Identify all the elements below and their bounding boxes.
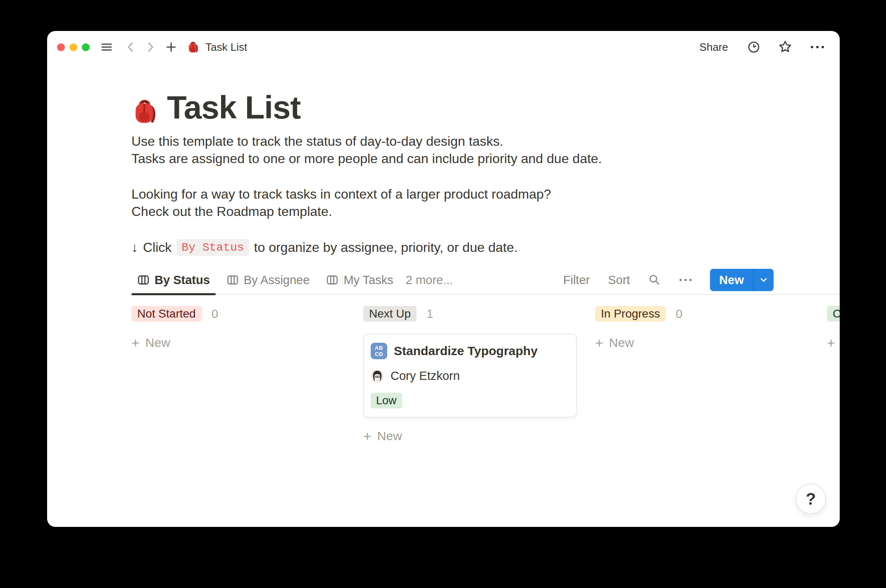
new-button-dropdown[interactable] [753, 269, 774, 291]
tab-by-assignee[interactable]: By Assignee [221, 266, 316, 294]
sort-button[interactable]: Sort [608, 273, 630, 287]
add-new-card-button[interactable]: + New [595, 334, 809, 352]
down-arrow-glyph: ↓ [131, 240, 138, 255]
plus-icon: + [363, 429, 372, 443]
chevron-down-icon [758, 275, 769, 285]
add-new-label: New [377, 429, 402, 443]
column-completed-truncated: C + New [827, 306, 840, 445]
more-views-button[interactable]: 2 more... [406, 273, 453, 287]
column-not-started: Not Started 0 + New [131, 306, 345, 445]
tab-by-status[interactable]: By Status [131, 266, 216, 294]
column-header: Next Up 1 [363, 306, 577, 322]
search-icon[interactable] [648, 273, 661, 287]
column-in-progress: In Progress 0 + New [595, 306, 809, 445]
tab-my-tasks[interactable]: My Tasks [320, 266, 399, 294]
column-next-up: Next Up 1 AB CD Standardize Typography [363, 306, 577, 445]
status-badge[interactable]: Next Up [363, 306, 417, 322]
column-count: 0 [676, 307, 682, 321]
view-toolbar: By Status By Assignee My Tasks 2 more...… [131, 266, 840, 295]
assignee-name: Cory Etzkorn [391, 369, 460, 383]
close-window-button[interactable] [57, 43, 65, 51]
updates-clock-icon[interactable] [747, 40, 760, 54]
new-tab-icon[interactable] [165, 41, 177, 53]
backpack-page-icon[interactable] [131, 98, 158, 127]
board-view-icon [137, 274, 150, 286]
favorite-star-icon[interactable] [778, 40, 793, 55]
share-button[interactable]: Share [700, 41, 728, 54]
column-header: C [827, 306, 840, 322]
card-title-row: AB CD Standardize Typography [371, 343, 569, 359]
column-count: 0 [212, 307, 218, 321]
new-button[interactable]: New [710, 269, 753, 291]
window-controls [57, 43, 90, 51]
tab-label: By Assignee [244, 273, 310, 287]
column-header: Not Started 0 [131, 306, 345, 322]
back-icon[interactable] [125, 41, 136, 53]
add-new-card-button[interactable]: + New [131, 334, 345, 352]
page-title: Task List [167, 88, 300, 127]
titlebar: Task List Share [47, 31, 840, 63]
kanban-board: Not Started 0 + New Next Up 1 AB [131, 306, 840, 445]
abcd-bottom: CD [375, 351, 383, 357]
page-title-row: Task List [131, 88, 840, 127]
sidebar-menu-icon[interactable] [100, 41, 113, 53]
status-badge[interactable]: In Progress [595, 306, 666, 322]
column-header: In Progress 0 [595, 306, 809, 322]
more-options-icon[interactable] [809, 41, 826, 53]
hint-line: ↓ Click By Status to organize by assigne… [131, 239, 840, 256]
notion-window: Task List Share Task [47, 31, 840, 527]
zoom-window-button[interactable] [82, 43, 90, 51]
roadmap-line-2: Check out the Roadmap template. [131, 203, 840, 220]
add-new-card-button[interactable]: + New [827, 334, 840, 352]
add-new-card-button[interactable]: + New [363, 427, 577, 445]
tab-label: My Tasks [343, 273, 393, 287]
help-button[interactable]: ? [795, 484, 826, 514]
status-badge[interactable]: C [827, 306, 840, 322]
minimize-window-button[interactable] [69, 43, 77, 51]
avatar [371, 370, 384, 383]
forward-icon[interactable] [145, 41, 156, 53]
hint-prefix: Click [143, 240, 171, 255]
roadmap-line-1: Looking for a way to track tasks in cont… [131, 185, 840, 203]
intro-line-2: Tasks are assigned to one or more people… [131, 150, 840, 167]
assignee-row: Cory Etzkorn [371, 369, 569, 383]
add-new-label: New [609, 336, 634, 350]
plus-icon: + [131, 336, 140, 350]
board-view-icon [226, 274, 239, 286]
plus-icon: + [595, 336, 603, 350]
hint-suffix: to organize by assignee, priority, or du… [254, 240, 518, 255]
abcd-top: AB [375, 345, 383, 351]
card-title: Standardize Typography [394, 344, 538, 358]
page-content: Task List Use this template to track the… [47, 88, 840, 445]
add-new-label: New [145, 336, 170, 350]
priority-badge: Low [371, 393, 402, 408]
filter-button[interactable]: Filter [563, 273, 590, 287]
window-title: Task List [205, 41, 247, 54]
column-count: 1 [426, 307, 433, 321]
intro-paragraph: Use this template to track the status of… [131, 133, 840, 167]
intro-line-1: Use this template to track the status of… [131, 133, 840, 150]
status-badge[interactable]: Not Started [131, 306, 202, 322]
view-options-icon[interactable] [678, 274, 693, 286]
tab-label: By Status [155, 273, 210, 287]
task-card[interactable]: AB CD Standardize Typography [363, 334, 577, 417]
new-button-group: New [710, 269, 774, 291]
roadmap-paragraph: Looking for a way to track tasks in cont… [131, 185, 840, 220]
backpack-emoji [187, 41, 199, 53]
board-view-icon [326, 274, 338, 286]
by-status-inline-code: By Status [176, 239, 249, 256]
abcd-input-latin-letters-emoji: AB CD [371, 343, 387, 359]
plus-icon: + [827, 336, 835, 350]
